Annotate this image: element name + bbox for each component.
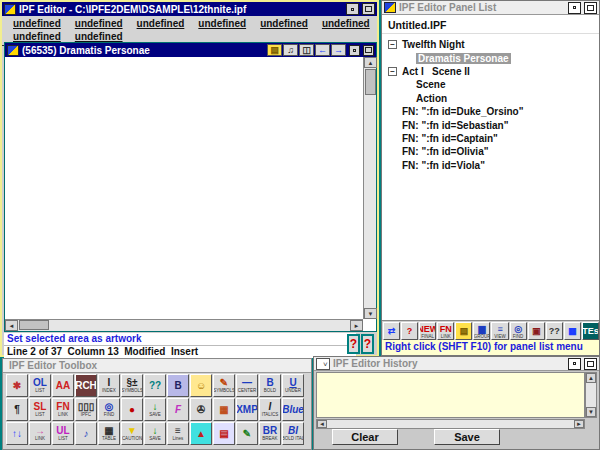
doc-line[interactable]: [8, 120, 361, 132]
help-question-icon[interactable]: ?: [361, 334, 374, 354]
doc-line[interactable]: [8, 305, 361, 317]
bitmap-icon[interactable]: B: [167, 374, 189, 397]
collapse-icon[interactable]: −: [388, 40, 397, 49]
document-titlebar[interactable]: (56535) Dramatis Personae ▤♫◫←→: [5, 43, 376, 57]
search-panel-icon[interactable]: ◎FIND: [510, 322, 527, 340]
doc-line[interactable]: [8, 280, 361, 292]
scroll-left-arrow[interactable]: ◄: [5, 320, 18, 331]
toolbox-titlebar[interactable]: IPF Editor Toolbox: [3, 359, 311, 373]
find-icon[interactable]: ◎FIND: [98, 398, 120, 421]
tree-item-fn-sebastian[interactable]: − FN: ":fn id=Sebastian": [382, 118, 599, 131]
history-maximize-button[interactable]: [584, 358, 597, 370]
horizontal-scrollbar[interactable]: ◄ ►: [5, 319, 363, 331]
doc-line[interactable]: [8, 181, 361, 193]
movie-icon[interactable]: ✇: [190, 398, 212, 421]
panel-minimize-button[interactable]: [568, 2, 581, 14]
break-icon[interactable]: BRBREAK: [259, 422, 281, 445]
draw-symbols-icon[interactable]: ✎SYMBOLS: [213, 374, 235, 397]
vertical-scrollbar[interactable]: ▲ ▼: [363, 57, 376, 319]
help-icon[interactable]: ?: [401, 322, 418, 340]
tree-item-fn-olivia[interactable]: − FN: ":fn id=Olivia": [382, 145, 599, 158]
question-symbols-icon[interactable]: ??: [144, 374, 166, 397]
scroll-right-arrow[interactable]: ►: [350, 320, 363, 331]
tree-item-twelfth-night[interactable]: − Twelfth Night: [382, 38, 599, 51]
xmp-icon[interactable]: XMP: [236, 398, 258, 421]
caution-icon[interactable]: ▼CAUTION: [121, 422, 143, 445]
menu-item[interactable]: undefined: [253, 17, 315, 30]
doc-line[interactable]: [8, 157, 361, 169]
bold-icon[interactable]: BBOLD: [259, 374, 281, 397]
doc-line[interactable]: [8, 206, 361, 218]
bold-italic-icon[interactable]: BIBOLD ITAL: [282, 422, 304, 445]
doc-line[interactable]: [8, 107, 361, 119]
doc-line[interactable]: [8, 70, 361, 82]
tree-item-act1-scene2[interactable]: − Act I Scene II: [382, 65, 599, 78]
scroll-right-arrow[interactable]: ►: [574, 420, 584, 428]
help-question-icon[interactable]: ?: [347, 334, 360, 354]
menu-item[interactable]: undefined: [315, 17, 377, 30]
scrollbar-thumb[interactable]: [365, 69, 376, 95]
notes-edit-icon[interactable]: ✎: [236, 422, 258, 445]
help-panels-icon[interactable]: ??: [546, 322, 563, 340]
menu-item[interactable]: undefined: [130, 17, 192, 30]
clear-button[interactable]: Clear: [332, 429, 398, 445]
tree-item-action[interactable]: − Action: [382, 92, 599, 105]
note-icon[interactable]: ▤: [267, 44, 282, 56]
history-vertical-scrollbar[interactable]: ▲ ▼: [585, 372, 597, 418]
right-arrow-icon[interactable]: →: [331, 44, 346, 56]
doc-line[interactable]: [8, 231, 361, 243]
scrollbar-thumb[interactable]: [19, 320, 49, 330]
editor-text-area[interactable]: [6, 57, 363, 319]
sort-arrows-icon[interactable]: ↑↓: [6, 422, 28, 445]
ordered-list-icon[interactable]: OLLIST: [29, 374, 51, 397]
pilcrow-icon[interactable]: ¶: [6, 398, 28, 421]
index-icon[interactable]: IINDEX: [98, 374, 120, 397]
link-icon[interactable]: →LINK: [29, 422, 51, 445]
left-arrow-icon[interactable]: ←: [315, 44, 330, 56]
tree-item-dramatis-personae[interactable]: − Dramatis Personae: [382, 51, 599, 64]
scroll-down-arrow[interactable]: ▼: [364, 308, 377, 319]
underline-icon[interactable]: UUNDER: [282, 374, 304, 397]
palette-icon[interactable]: ✱: [6, 374, 28, 397]
doc-line[interactable]: [8, 293, 361, 305]
test-icon[interactable]: TEs: [582, 322, 599, 340]
save-artwork-icon[interactable]: ↓SAVE: [144, 398, 166, 421]
music-doc-icon[interactable]: ♪: [75, 422, 97, 445]
blue-text-icon[interactable]: Blue: [282, 398, 304, 421]
new-panel-icon[interactable]: NEWFINAL: [419, 322, 436, 340]
unordered-list-icon[interactable]: ULLIST: [52, 422, 74, 445]
camera-icon[interactable]: ◫: [299, 44, 314, 56]
save-button[interactable]: Save: [434, 429, 500, 445]
replace-icon[interactable]: RCH: [75, 374, 97, 397]
music-note-icon[interactable]: ♫: [283, 44, 298, 56]
doc-line[interactable]: [8, 268, 361, 280]
maximize-button[interactable]: [362, 3, 375, 15]
scroll-left-arrow[interactable]: ◄: [317, 420, 327, 428]
scroll-up-arrow[interactable]: ▲: [586, 373, 596, 383]
doc-line[interactable]: [8, 83, 361, 95]
warning-icon[interactable]: ●: [121, 398, 143, 421]
books-icon[interactable]: ▤: [213, 422, 235, 445]
panel-maximize-button[interactable]: [584, 2, 597, 14]
doc-line[interactable]: [8, 194, 361, 206]
doc-line[interactable]: [8, 218, 361, 230]
art-link-icon[interactable]: ▦: [213, 398, 235, 421]
scroll-up-arrow[interactable]: ▲: [364, 57, 377, 68]
center-icon[interactable]: —CENTER: [236, 374, 258, 397]
view-doc-icon[interactable]: ≡VIEW: [491, 322, 508, 340]
fancy-font-icon[interactable]: F: [167, 398, 189, 421]
tree-item-fn-viola[interactable]: − FN: ":fn id=Viola": [382, 159, 599, 172]
symbols-icon[interactable]: §±SYMBOLS: [121, 374, 143, 397]
document-minimize-button[interactable]: [349, 45, 360, 56]
footnote-icon[interactable]: FNLINK: [52, 398, 74, 421]
tree-item-scene[interactable]: − Scene: [382, 78, 599, 91]
book-icon[interactable]: ▆GROUP: [473, 322, 490, 340]
org-chart-icon[interactable]: ▦: [564, 322, 581, 340]
doc-line[interactable]: [8, 58, 361, 70]
system-menu-icon[interactable]: ˅: [316, 358, 330, 370]
nav-arrows-icon[interactable]: ⇄: [383, 322, 400, 340]
menu-item[interactable]: undefined: [68, 17, 130, 30]
collapse-icon[interactable]: −: [388, 67, 397, 76]
scroll-down-arrow[interactable]: ▼: [586, 407, 596, 417]
doc-line[interactable]: [8, 169, 361, 181]
